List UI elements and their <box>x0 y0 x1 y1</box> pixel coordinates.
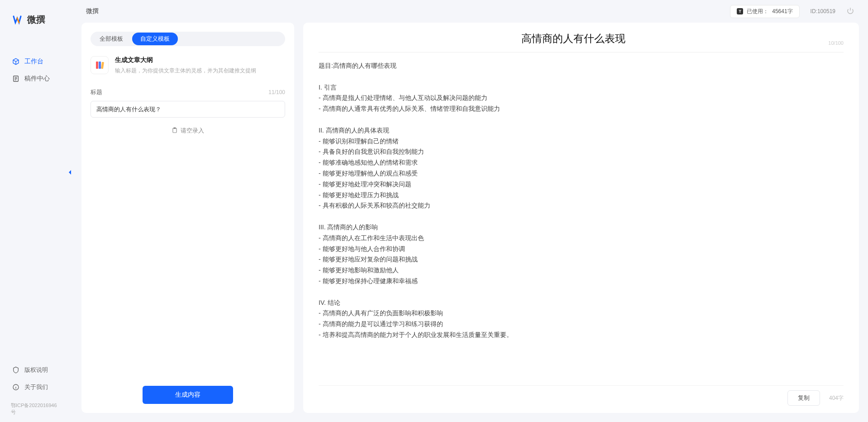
svg-rect-2 <box>96 62 98 69</box>
nav-label: 关于我们 <box>24 383 48 391</box>
books-icon <box>91 56 109 74</box>
collapse-sidebar-button[interactable] <box>66 167 73 177</box>
fill-blank-link[interactable]: 请空录入 <box>91 127 285 135</box>
icp-text: 鄂ICP备2022016946号 <box>0 400 72 417</box>
logo-icon <box>13 14 24 25</box>
output-head-counter: 10/100 <box>828 40 844 46</box>
input-panel: 全部模板 自定义模板 生成文章大纲 输入标题，为你提供文章主体的灵感，并为其创建… <box>81 23 294 413</box>
shield-icon <box>12 366 20 374</box>
document-icon <box>12 75 20 83</box>
svg-rect-3 <box>99 62 101 69</box>
nav-label: 版权说明 <box>24 366 48 374</box>
user-id: ID:100519 <box>811 8 835 14</box>
nav-item-about[interactable]: 关于我们 <box>9 379 63 396</box>
sidebar-bottom: 版权说明 关于我们 <box>0 361 72 400</box>
template-title: 生成文章大纲 <box>115 56 256 64</box>
fill-link-text: 请空录入 <box>181 127 204 135</box>
template-tabs: 全部模板 自定义模板 <box>91 32 285 46</box>
output-title: 高情商的人有什么表现 <box>319 32 828 46</box>
topbar-right: T 已使用： 45641字 ID:100519 <box>730 5 854 18</box>
svg-rect-4 <box>101 62 104 69</box>
output-word-count: 404字 <box>829 394 844 402</box>
title-input[interactable] <box>91 101 285 118</box>
info-icon <box>12 383 20 391</box>
generate-button[interactable]: 生成内容 <box>143 386 233 404</box>
output-panel: 高情商的人有什么表现 10/100 题目:高情商的人有哪些表现 I. 引言 - … <box>303 23 859 413</box>
tab-all-templates[interactable]: 全部模板 <box>91 33 131 45</box>
cube-icon <box>12 57 20 66</box>
usage-chip[interactable]: T 已使用： 45641字 <box>730 5 799 18</box>
logo: 微撰 <box>0 14 72 26</box>
usage-label: 已使用： <box>747 8 768 15</box>
output-head: 高情商的人有什么表现 10/100 <box>319 32 844 52</box>
topbar: 微撰 T 已使用： 45641字 ID:100519 <box>72 0 868 23</box>
template-card: 生成文章大纲 输入标题，为你提供文章主体的灵感，并为其创建推文提纲 <box>91 56 285 75</box>
nav-label: 工作台 <box>24 57 43 66</box>
content: 全部模板 自定义模板 生成文章大纲 输入标题，为你提供文章主体的灵感，并为其创建… <box>72 23 868 413</box>
main: 微撰 T 已使用： 45641字 ID:100519 全部模板 自定义模板 <box>72 0 868 422</box>
title-field: 标题 11/100 <box>91 88 285 118</box>
copy-button[interactable]: 复制 <box>787 390 820 406</box>
nav-item-workbench[interactable]: 工作台 <box>9 53 63 70</box>
nav-label: 稿件中心 <box>24 75 50 83</box>
tab-custom-templates[interactable]: 自定义模板 <box>132 33 178 45</box>
text-badge-icon: T <box>737 8 743 14</box>
nav-item-copyright[interactable]: 版权说明 <box>9 361 63 379</box>
sidebar: 微撰 工作台 稿件中心 版权说明 <box>0 0 72 422</box>
main-nav: 工作台 稿件中心 <box>0 53 72 361</box>
template-desc: 输入标题，为你提供文章主体的灵感，并为其创建推文提纲 <box>115 67 256 75</box>
logo-text: 微撰 <box>27 14 45 26</box>
nav-item-drafts[interactable]: 稿件中心 <box>9 70 63 87</box>
field-label: 标题 <box>91 88 102 96</box>
power-icon[interactable] <box>846 7 854 16</box>
page-title: 微撰 <box>86 7 99 15</box>
output-footer: 复制 404字 <box>319 385 844 406</box>
field-counter: 11/100 <box>268 89 285 95</box>
usage-value: 45641字 <box>772 8 792 15</box>
paste-icon <box>172 127 178 135</box>
output-body[interactable]: 题目:高情商的人有哪些表现 I. 引言 - 高情商是指人们处理情绪、与他人互动以… <box>319 61 844 385</box>
